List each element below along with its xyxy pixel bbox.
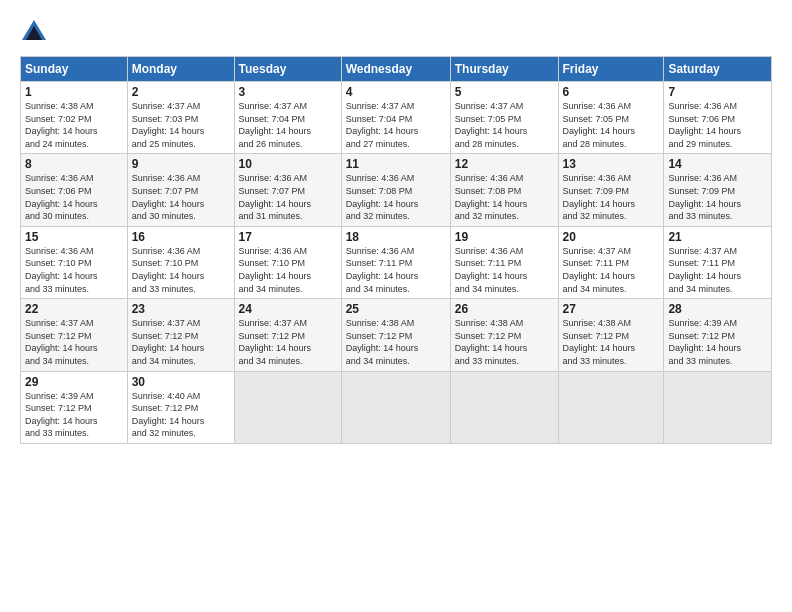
calendar-cell: 13Sunrise: 4:36 AM Sunset: 7:09 PM Dayli… <box>558 154 664 226</box>
day-number: 10 <box>239 157 337 171</box>
day-info: Sunrise: 4:37 AM Sunset: 7:04 PM Dayligh… <box>239 100 337 150</box>
day-info: Sunrise: 4:36 AM Sunset: 7:08 PM Dayligh… <box>346 172 446 222</box>
calendar-cell: 17Sunrise: 4:36 AM Sunset: 7:10 PM Dayli… <box>234 226 341 298</box>
weekday-header-sunday: Sunday <box>21 57 128 82</box>
logo <box>20 18 52 46</box>
calendar-cell: 9Sunrise: 4:36 AM Sunset: 7:07 PM Daylig… <box>127 154 234 226</box>
calendar-cell <box>558 371 664 443</box>
day-info: Sunrise: 4:37 AM Sunset: 7:05 PM Dayligh… <box>455 100 554 150</box>
day-info: Sunrise: 4:36 AM Sunset: 7:08 PM Dayligh… <box>455 172 554 222</box>
day-number: 23 <box>132 302 230 316</box>
weekday-header-monday: Monday <box>127 57 234 82</box>
day-number: 5 <box>455 85 554 99</box>
day-info: Sunrise: 4:39 AM Sunset: 7:12 PM Dayligh… <box>25 390 123 440</box>
day-number: 11 <box>346 157 446 171</box>
calendar-cell: 29Sunrise: 4:39 AM Sunset: 7:12 PM Dayli… <box>21 371 128 443</box>
day-info: Sunrise: 4:37 AM Sunset: 7:11 PM Dayligh… <box>563 245 660 295</box>
day-info: Sunrise: 4:37 AM Sunset: 7:03 PM Dayligh… <box>132 100 230 150</box>
day-info: Sunrise: 4:36 AM Sunset: 7:09 PM Dayligh… <box>668 172 767 222</box>
day-number: 17 <box>239 230 337 244</box>
day-number: 12 <box>455 157 554 171</box>
calendar-week-row: 1Sunrise: 4:38 AM Sunset: 7:02 PM Daylig… <box>21 82 772 154</box>
calendar-cell: 1Sunrise: 4:38 AM Sunset: 7:02 PM Daylig… <box>21 82 128 154</box>
day-info: Sunrise: 4:36 AM Sunset: 7:10 PM Dayligh… <box>132 245 230 295</box>
calendar-cell: 30Sunrise: 4:40 AM Sunset: 7:12 PM Dayli… <box>127 371 234 443</box>
calendar-cell: 6Sunrise: 4:36 AM Sunset: 7:05 PM Daylig… <box>558 82 664 154</box>
day-info: Sunrise: 4:40 AM Sunset: 7:12 PM Dayligh… <box>132 390 230 440</box>
calendar-cell: 11Sunrise: 4:36 AM Sunset: 7:08 PM Dayli… <box>341 154 450 226</box>
day-info: Sunrise: 4:36 AM Sunset: 7:11 PM Dayligh… <box>455 245 554 295</box>
calendar-cell: 12Sunrise: 4:36 AM Sunset: 7:08 PM Dayli… <box>450 154 558 226</box>
day-number: 28 <box>668 302 767 316</box>
day-number: 2 <box>132 85 230 99</box>
calendar-cell: 16Sunrise: 4:36 AM Sunset: 7:10 PM Dayli… <box>127 226 234 298</box>
day-info: Sunrise: 4:36 AM Sunset: 7:11 PM Dayligh… <box>346 245 446 295</box>
day-number: 9 <box>132 157 230 171</box>
calendar-cell: 21Sunrise: 4:37 AM Sunset: 7:11 PM Dayli… <box>664 226 772 298</box>
day-number: 7 <box>668 85 767 99</box>
calendar-table: SundayMondayTuesdayWednesdayThursdayFrid… <box>20 56 772 444</box>
day-info: Sunrise: 4:36 AM Sunset: 7:10 PM Dayligh… <box>239 245 337 295</box>
calendar-cell: 20Sunrise: 4:37 AM Sunset: 7:11 PM Dayli… <box>558 226 664 298</box>
calendar-week-row: 8Sunrise: 4:36 AM Sunset: 7:06 PM Daylig… <box>21 154 772 226</box>
calendar-cell: 14Sunrise: 4:36 AM Sunset: 7:09 PM Dayli… <box>664 154 772 226</box>
logo-icon <box>20 18 48 46</box>
day-number: 25 <box>346 302 446 316</box>
day-number: 29 <box>25 375 123 389</box>
day-number: 19 <box>455 230 554 244</box>
day-number: 1 <box>25 85 123 99</box>
calendar-cell: 28Sunrise: 4:39 AM Sunset: 7:12 PM Dayli… <box>664 299 772 371</box>
day-info: Sunrise: 4:38 AM Sunset: 7:12 PM Dayligh… <box>563 317 660 367</box>
day-info: Sunrise: 4:37 AM Sunset: 7:11 PM Dayligh… <box>668 245 767 295</box>
day-info: Sunrise: 4:36 AM Sunset: 7:07 PM Dayligh… <box>239 172 337 222</box>
day-number: 3 <box>239 85 337 99</box>
weekday-header-friday: Friday <box>558 57 664 82</box>
day-info: Sunrise: 4:38 AM Sunset: 7:12 PM Dayligh… <box>455 317 554 367</box>
day-info: Sunrise: 4:37 AM Sunset: 7:12 PM Dayligh… <box>25 317 123 367</box>
calendar-cell: 2Sunrise: 4:37 AM Sunset: 7:03 PM Daylig… <box>127 82 234 154</box>
calendar-week-row: 29Sunrise: 4:39 AM Sunset: 7:12 PM Dayli… <box>21 371 772 443</box>
day-info: Sunrise: 4:39 AM Sunset: 7:12 PM Dayligh… <box>668 317 767 367</box>
weekday-header-wednesday: Wednesday <box>341 57 450 82</box>
day-info: Sunrise: 4:36 AM Sunset: 7:06 PM Dayligh… <box>25 172 123 222</box>
day-info: Sunrise: 4:36 AM Sunset: 7:06 PM Dayligh… <box>668 100 767 150</box>
day-number: 21 <box>668 230 767 244</box>
calendar-cell: 10Sunrise: 4:36 AM Sunset: 7:07 PM Dayli… <box>234 154 341 226</box>
weekday-header-tuesday: Tuesday <box>234 57 341 82</box>
day-info: Sunrise: 4:36 AM Sunset: 7:07 PM Dayligh… <box>132 172 230 222</box>
calendar-cell: 22Sunrise: 4:37 AM Sunset: 7:12 PM Dayli… <box>21 299 128 371</box>
day-number: 26 <box>455 302 554 316</box>
day-number: 13 <box>563 157 660 171</box>
calendar-cell: 27Sunrise: 4:38 AM Sunset: 7:12 PM Dayli… <box>558 299 664 371</box>
day-number: 27 <box>563 302 660 316</box>
calendar-cell: 23Sunrise: 4:37 AM Sunset: 7:12 PM Dayli… <box>127 299 234 371</box>
day-number: 30 <box>132 375 230 389</box>
calendar-cell: 15Sunrise: 4:36 AM Sunset: 7:10 PM Dayli… <box>21 226 128 298</box>
day-number: 15 <box>25 230 123 244</box>
calendar-cell: 26Sunrise: 4:38 AM Sunset: 7:12 PM Dayli… <box>450 299 558 371</box>
day-info: Sunrise: 4:38 AM Sunset: 7:02 PM Dayligh… <box>25 100 123 150</box>
calendar-cell <box>341 371 450 443</box>
calendar-cell: 3Sunrise: 4:37 AM Sunset: 7:04 PM Daylig… <box>234 82 341 154</box>
weekday-header-thursday: Thursday <box>450 57 558 82</box>
day-info: Sunrise: 4:37 AM Sunset: 7:12 PM Dayligh… <box>132 317 230 367</box>
day-info: Sunrise: 4:37 AM Sunset: 7:12 PM Dayligh… <box>239 317 337 367</box>
day-number: 14 <box>668 157 767 171</box>
day-info: Sunrise: 4:36 AM Sunset: 7:10 PM Dayligh… <box>25 245 123 295</box>
day-number: 22 <box>25 302 123 316</box>
day-info: Sunrise: 4:38 AM Sunset: 7:12 PM Dayligh… <box>346 317 446 367</box>
header <box>20 18 772 46</box>
calendar-cell <box>450 371 558 443</box>
calendar-cell <box>234 371 341 443</box>
calendar-cell: 8Sunrise: 4:36 AM Sunset: 7:06 PM Daylig… <box>21 154 128 226</box>
day-number: 4 <box>346 85 446 99</box>
calendar-cell: 4Sunrise: 4:37 AM Sunset: 7:04 PM Daylig… <box>341 82 450 154</box>
calendar-cell: 5Sunrise: 4:37 AM Sunset: 7:05 PM Daylig… <box>450 82 558 154</box>
calendar-cell: 7Sunrise: 4:36 AM Sunset: 7:06 PM Daylig… <box>664 82 772 154</box>
day-number: 24 <box>239 302 337 316</box>
page: SundayMondayTuesdayWednesdayThursdayFrid… <box>0 0 792 612</box>
calendar-cell: 19Sunrise: 4:36 AM Sunset: 7:11 PM Dayli… <box>450 226 558 298</box>
calendar-week-row: 15Sunrise: 4:36 AM Sunset: 7:10 PM Dayli… <box>21 226 772 298</box>
calendar-cell: 18Sunrise: 4:36 AM Sunset: 7:11 PM Dayli… <box>341 226 450 298</box>
weekday-header-saturday: Saturday <box>664 57 772 82</box>
